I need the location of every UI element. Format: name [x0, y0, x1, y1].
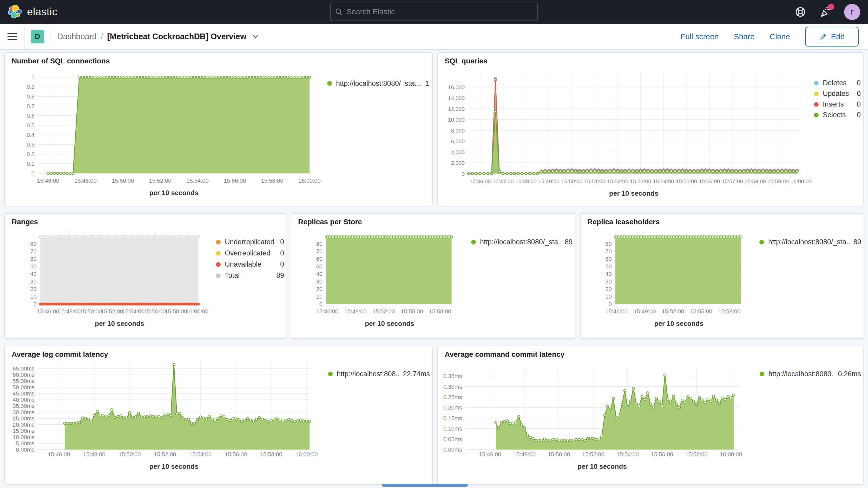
clone-button[interactable]: Clone — [770, 32, 790, 41]
svg-text:8,000: 8,000 — [451, 128, 465, 133]
legend-item[interactable]: http://localhost:8080/_stat...1 — [327, 78, 429, 89]
svg-text:15:50:00: 15:50:00 — [561, 178, 582, 184]
chart-number-of-sql-connections[interactable]: 15:46:0015:48:0015:50:0015:52:0015:54:00… — [5, 53, 433, 206]
svg-text:15:50:00: 15:50:00 — [119, 451, 141, 458]
svg-text:30: 30 — [606, 278, 612, 285]
svg-text:0.2: 0.2 — [27, 151, 35, 157]
svg-text:30.00ms: 30.00ms — [13, 409, 35, 416]
avatar-initial: r — [851, 7, 854, 17]
legend-item[interactable]: http://localhost:8080/_sta...89 — [760, 237, 861, 248]
elastic-brand[interactable]: elastic — [8, 5, 57, 19]
svg-text:16:00:00: 16:00:00 — [298, 178, 321, 184]
search-icon — [335, 8, 343, 16]
svg-text:0.35ms: 0.35ms — [443, 373, 462, 379]
svg-text:15:56:00: 15:56:00 — [651, 451, 673, 458]
legend-series-dot — [814, 102, 818, 107]
legend-item[interactable]: Total89 — [216, 270, 284, 281]
full-screen-button[interactable]: Full screen — [681, 32, 719, 41]
svg-text:50: 50 — [30, 263, 37, 270]
legend-item[interactable]: http://localhost:808...22.74ms — [328, 368, 430, 379]
legend-item[interactable]: Inserts0 — [814, 99, 861, 110]
title-options-button[interactable] — [252, 33, 259, 40]
help-button[interactable] — [794, 6, 807, 18]
panel-number-of-sql-connections: Number of SQL connections 15:46:0015:48:… — [4, 52, 433, 206]
user-avatar[interactable]: r — [844, 4, 860, 20]
whats-new-button[interactable] — [819, 6, 832, 18]
legend-series-label: http://localhost:808... — [337, 370, 399, 378]
legend-item[interactable]: http://localhost:8080/_sta...89 — [471, 237, 572, 248]
share-button[interactable]: Share — [734, 32, 755, 41]
legend-series-label: Total — [225, 272, 273, 280]
dashboard-app-badge[interactable]: D — [31, 30, 44, 43]
legend-series-dot — [328, 372, 333, 376]
chevron-down-icon — [252, 33, 259, 40]
legend-series-value: 0 — [280, 238, 284, 246]
horizontal-scrollbar-thumb[interactable] — [382, 484, 468, 487]
svg-text:15:54:00: 15:54:00 — [122, 308, 145, 315]
edit-button[interactable]: Edit — [805, 27, 859, 47]
legend-series-label: Unavailable — [225, 261, 277, 268]
legend-item[interactable]: Unavailable0 — [216, 259, 284, 270]
menu-button[interactable] — [0, 24, 24, 49]
legend-item[interactable]: Updates0 — [814, 88, 861, 99]
legend-series-value: 0 — [857, 90, 861, 98]
help-life-ring-icon — [795, 6, 806, 18]
svg-text:15:57:00: 15:57:00 — [722, 178, 743, 184]
breadcrumb: Dashboard / [Metricbeat CockroachDB] Ove… — [57, 32, 259, 41]
legend-item[interactable]: http://localhost:8080...0.26ms — [760, 368, 861, 379]
svg-text:15:50:00: 15:50:00 — [548, 451, 570, 458]
svg-text:15:46:00: 15:46:00 — [316, 308, 338, 315]
svg-text:15:56:00: 15:56:00 — [699, 178, 720, 184]
svg-text:15:52:00: 15:52:00 — [373, 308, 395, 315]
chart-sql-queries[interactable]: 15:46:0015:47:0015:48:0015:49:0015:50:00… — [438, 53, 864, 206]
legend: http://localhost:8080/_sta...89 — [760, 237, 861, 248]
global-search-bar[interactable] — [330, 3, 538, 21]
svg-text:2,000: 2,000 — [451, 160, 465, 166]
notification-badge — [828, 4, 834, 10]
panel-replica-leaseholders: Replica leaseholders 15:46:0015:49:0015:… — [580, 213, 864, 339]
svg-text:15:49:00: 15:49:00 — [344, 308, 367, 315]
svg-text:15:58:00: 15:58:00 — [718, 308, 741, 315]
legend-series-label: http://localhost:8080/_stat... — [336, 80, 422, 88]
legend-item[interactable]: Selects0 — [814, 110, 861, 120]
legend-series-label: Underreplicated — [225, 238, 277, 246]
svg-text:80: 80 — [30, 241, 37, 247]
legend: http://localhost:8080/_stat...1 — [327, 78, 429, 89]
legend-series-value: 0 — [857, 79, 861, 87]
legend-series-dot — [216, 273, 221, 278]
svg-text:15:47:00: 15:47:00 — [493, 178, 514, 184]
legend-series-label: http://localhost:8080... — [769, 370, 834, 378]
svg-text:15:50:00: 15:50:00 — [112, 178, 134, 184]
legend-series-dot — [216, 240, 221, 245]
legend-series-value: 89 — [565, 238, 572, 246]
legend-series-dot — [760, 240, 764, 245]
legend-series-dot — [471, 240, 476, 245]
hamburger-icon — [7, 31, 17, 41]
search-input[interactable] — [347, 7, 533, 16]
svg-text:15:54:00: 15:54:00 — [653, 178, 674, 184]
svg-text:0: 0 — [33, 301, 37, 307]
svg-text:15:46:00: 15:46:00 — [37, 308, 59, 315]
svg-text:15:58:00: 15:58:00 — [261, 178, 283, 184]
legend-item[interactable]: Overreplicated0 — [216, 248, 284, 259]
svg-text:16:00:00: 16:00:00 — [790, 178, 812, 184]
svg-text:50: 50 — [606, 263, 612, 270]
svg-text:10.00ms: 10.00ms — [13, 434, 35, 440]
legend: Deletes0Updates0Inserts0Selects0 — [814, 78, 861, 120]
svg-text:40: 40 — [30, 271, 37, 277]
legend-item[interactable]: Underreplicated0 — [216, 237, 284, 248]
svg-text:15:54:00: 15:54:00 — [189, 451, 212, 458]
svg-text:35.00ms: 35.00ms — [13, 403, 35, 409]
svg-text:55.00ms: 55.00ms — [13, 378, 35, 384]
legend-series-value: 0 — [280, 261, 284, 268]
panel-replicas-per-store: Replicas per Store 15:46:0015:49:0015:52… — [291, 213, 576, 339]
svg-text:30: 30 — [316, 278, 322, 285]
svg-text:15:58:00: 15:58:00 — [260, 451, 282, 458]
svg-text:15:55:00: 15:55:00 — [676, 178, 697, 184]
legend-series-value: 89 — [276, 272, 284, 280]
legend-item[interactable]: Deletes0 — [814, 78, 861, 88]
breadcrumb-dashboard-link[interactable]: Dashboard — [57, 32, 97, 41]
x-axis-unit-label: per 10 seconds — [38, 189, 310, 197]
legend-series-value: 22.74ms — [403, 370, 430, 378]
svg-text:15:49:00: 15:49:00 — [538, 178, 560, 184]
